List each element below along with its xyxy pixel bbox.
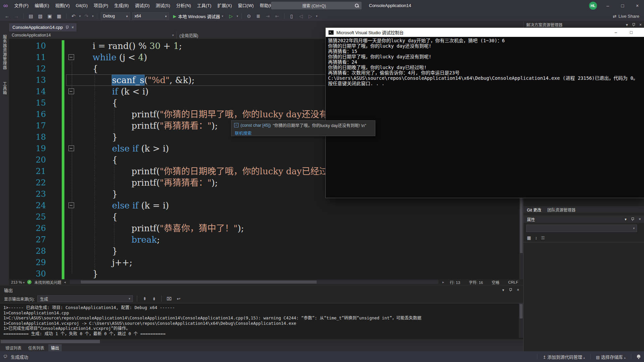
navigate-back-icon[interactable]: ← (3, 13, 11, 19)
undo-icon[interactable]: ↶ (70, 13, 77, 19)
status-line-ending[interactable]: CRLF (505, 280, 521, 284)
menu-item[interactable]: Git(G) (73, 0, 91, 11)
menu-item[interactable]: 测试(S) (153, 0, 173, 11)
menu-item[interactable]: 扩展(X) (214, 0, 235, 11)
menu-item[interactable]: 窗口(W) (235, 0, 257, 11)
pin-icon[interactable] (509, 288, 512, 292)
add-to-source-control-button[interactable]: ↥ 添加到源代码管理 ▴ (543, 354, 585, 360)
fold-collapse-icon[interactable]: − (68, 145, 74, 151)
redo-icon[interactable]: ↷ (83, 13, 90, 19)
code-line[interactable]: 30} (9, 268, 523, 279)
scroll-left-icon[interactable]: ◂ (64, 280, 66, 284)
zoom-dropdown[interactable]: 213 % ▾ (11, 280, 24, 284)
navigate-forward-icon[interactable]: → (13, 13, 20, 19)
output-vertical-scrollbar[interactable] (519, 303, 523, 338)
close-panel-icon[interactable]: × (639, 22, 642, 27)
tab-consoleapplication14-cpp[interactable]: ConsoleApplication14.cpp × (9, 23, 76, 32)
scrollbar-thumb[interactable] (81, 281, 317, 284)
debug-console-window[interactable]: >_ Microsoft Visual Studio 调试控制台 – □ × 猜… (326, 28, 644, 198)
menu-item[interactable]: 文件(F) (11, 0, 32, 11)
start-without-debugging-icon[interactable]: ▷ (227, 13, 235, 19)
console-close-button[interactable]: × (640, 28, 644, 37)
menu-item[interactable]: 分析(N) (173, 0, 194, 11)
scrollbar-thumb[interactable] (1, 340, 100, 343)
code-line[interactable]: 28} (9, 245, 523, 257)
toolbar-options-icon[interactable]: ▾ (316, 14, 318, 18)
editor-horizontal-scrollbar[interactable] (70, 280, 438, 284)
alphabetical-icon[interactable]: ↕ (535, 235, 537, 240)
menu-item[interactable]: 生成(B) (111, 0, 132, 11)
save-all-icon[interactable]: ▦ (55, 13, 63, 19)
prev-bookmark-icon[interactable]: ◁ (297, 13, 305, 19)
close-tab-icon[interactable]: × (71, 25, 74, 30)
properties-object-dropdown[interactable]: ▾ (526, 225, 637, 232)
scrollbar-thumb[interactable] (520, 304, 523, 318)
pin-icon[interactable] (65, 25, 69, 29)
close-panel-icon[interactable]: × (517, 288, 519, 292)
goto-prev-message-icon[interactable]: ⇞ (141, 296, 148, 301)
console-minimize-button[interactable]: – (609, 28, 623, 37)
project-dropdown[interactable]: ConsoleApplication14 ▾ (9, 32, 177, 39)
menu-item[interactable]: 编辑(E) (32, 0, 52, 11)
code-line[interactable]: 25{ (9, 211, 523, 223)
scroll-right-icon[interactable]: ▸ (442, 280, 444, 284)
fold-collapse-icon[interactable]: − (68, 202, 74, 208)
status-space-mode[interactable]: 空格 (489, 280, 502, 285)
output-source-dropdown[interactable]: 生成 ▾ (37, 295, 133, 302)
goto-next-message-icon[interactable]: ⇟ (151, 296, 157, 301)
menu-item[interactable]: 调试(D) (132, 0, 153, 11)
next-bookmark-icon[interactable]: ▷ (307, 13, 314, 19)
output-horizontal-scrollbar[interactable] (0, 339, 523, 344)
step-icons[interactable]: ⇥ (264, 13, 271, 19)
menu-item[interactable]: 项目(P) (91, 0, 111, 11)
code-line[interactable]: 24−else if (k = i) (9, 200, 523, 211)
tab-git-changes[interactable]: Git 更改 (527, 207, 541, 213)
close-button[interactable]: × (633, 3, 641, 8)
chevron-down-icon[interactable]: ▾ (626, 22, 628, 27)
attach-process-icon[interactable]: ≣ (255, 13, 262, 19)
panel-tab[interactable]: 错误列表 (3, 344, 24, 351)
console-title-bar[interactable]: >_ Microsoft Visual Studio 调试控制台 – □ × (326, 28, 644, 37)
chevron-down-icon[interactable]: ▾ (625, 217, 627, 222)
close-panel-icon[interactable]: × (639, 217, 641, 222)
tool-window-tab[interactable]: 工具箱 (2, 82, 7, 95)
clear-all-icon[interactable]: ⌧ (166, 296, 172, 301)
configuration-dropdown[interactable]: Debug ▾ (101, 12, 130, 20)
search-input[interactable]: 搜索 (Ctrl+Q) (271, 2, 362, 9)
panel-tab[interactable]: 输出 (48, 344, 62, 351)
online-search-link[interactable]: 联机搜索 (235, 131, 252, 136)
menu-item[interactable]: 视图(V) (52, 0, 73, 11)
tool-window-tab[interactable]: 服务器资源管理器 (2, 35, 7, 70)
pin-icon[interactable] (631, 217, 634, 221)
output-text[interactable]: 1>------ 已启动生成: 项目: ConsoleApplication14… (0, 303, 523, 338)
open-file-icon[interactable]: ▧ (37, 13, 44, 19)
undo-dropdown-icon[interactable]: ▾ (79, 14, 81, 18)
code-line[interactable]: 26printf("恭喜你，猜中了！"); (9, 223, 523, 234)
word-wrap-icon[interactable]: ↩ (175, 296, 182, 301)
fold-collapse-icon[interactable]: − (68, 54, 74, 60)
account-avatar[interactable]: HL (589, 2, 597, 10)
new-project-icon[interactable]: ▤ (27, 13, 35, 19)
step-over-icon[interactable]: ⇤ (273, 13, 281, 19)
select-repository-button[interactable]: ▤ 选择存储库 ▴ (596, 354, 626, 360)
feedback-icon[interactable]: 🗩 (3, 354, 7, 359)
pin-icon[interactable] (632, 23, 635, 27)
console-maximize-button[interactable]: □ (625, 28, 638, 37)
categorized-icon[interactable]: ▦ (527, 235, 531, 240)
redo-dropdown-icon[interactable]: ▾ (92, 14, 94, 18)
save-icon[interactable]: ▣ (46, 13, 53, 19)
chevron-down-icon[interactable]: ▾ (502, 288, 504, 292)
fold-collapse-icon[interactable]: − (68, 88, 74, 94)
code-line[interactable]: 29j++; (9, 257, 523, 268)
tab-team-explorer[interactable]: 团队资源管理器 (547, 207, 576, 213)
restore-button[interactable]: □ (619, 3, 627, 8)
menu-item[interactable]: 工具(T) (194, 0, 214, 11)
scope-dropdown[interactable]: (全局范围) ▾ (177, 32, 334, 39)
bookmark-icon[interactable]: ▯ (288, 13, 295, 19)
notifications-bell-icon[interactable] (637, 355, 641, 359)
property-pages-icon[interactable]: ⚿ (541, 235, 545, 241)
start-debugging-button[interactable]: ▶ 本地 Windows 调试器 ▾ (171, 12, 225, 20)
breakpoint-icon[interactable]: ⊙ (245, 13, 253, 19)
live-share-button[interactable]: ⇄ Live Share (613, 14, 639, 19)
platform-dropdown[interactable]: x64 ▾ (132, 12, 169, 20)
